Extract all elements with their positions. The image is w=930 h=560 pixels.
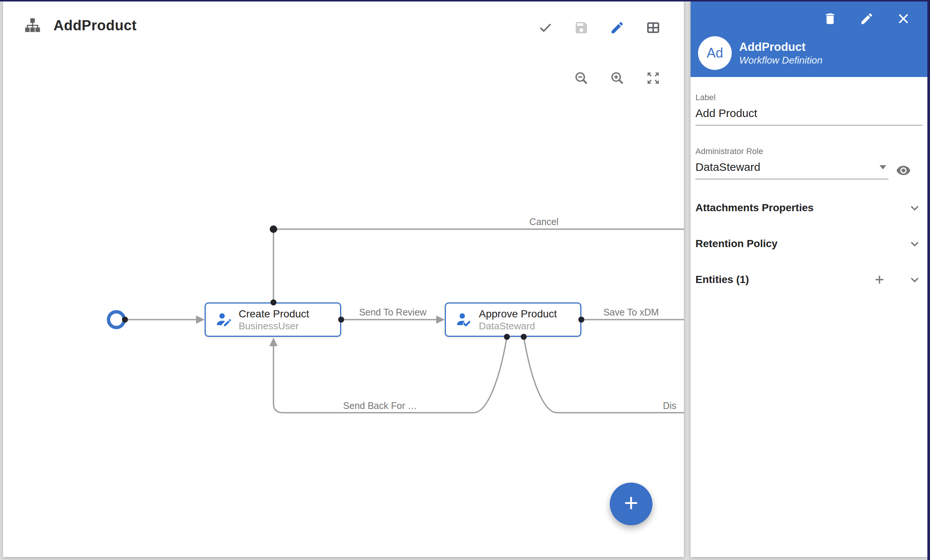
connection-dot[interactable] (122, 317, 128, 323)
user-edit-icon (216, 311, 232, 328)
node-create-product[interactable]: Create Product BusinessUser (205, 302, 341, 337)
save-icon (574, 20, 589, 35)
edge-start[interactable] (125, 316, 205, 324)
panel-body: Label Add Product Administrator Role Dat… (691, 93, 927, 298)
admin-role-label: Administrator Role (696, 147, 888, 156)
edge-send-to-review[interactable]: Send To Review (341, 307, 445, 324)
panel-sections: Attachments Properties Retention Policy … (696, 190, 922, 298)
trash-icon (823, 12, 837, 26)
admin-role-field: Administrator Role DataSteward (696, 147, 922, 180)
section-label: Retention Policy (696, 238, 778, 250)
edge-label-cancel[interactable]: Cancel (529, 216, 559, 227)
add-entity-button[interactable] (872, 272, 887, 287)
window-frame-top (0, 0, 930, 2)
fit-screen-button[interactable] (646, 71, 661, 86)
edge-send-back[interactable]: Send Back For … (269, 337, 507, 413)
expand-attachments-button[interactable] (907, 200, 922, 215)
section-entities[interactable]: Entities (1) (696, 262, 922, 298)
chevron-down-icon (908, 273, 921, 286)
eye-icon (896, 163, 911, 178)
close-button[interactable] (896, 11, 911, 26)
plus-icon (873, 273, 886, 286)
panel-actions (823, 11, 911, 26)
workflow-tree-icon (23, 17, 42, 34)
delete-button[interactable] (823, 11, 838, 26)
check-icon (538, 20, 553, 35)
zoom-in-icon (610, 71, 625, 86)
edge-label-send-back[interactable]: Send Back For … (343, 400, 417, 411)
avatar: Ad (698, 36, 732, 70)
save-button[interactable] (574, 20, 589, 35)
zoom-out-button[interactable] (574, 71, 589, 86)
node-title: Create Product (239, 308, 309, 321)
edge-label-discard[interactable]: Dis (663, 400, 676, 411)
admin-role-value[interactable]: DataSteward (696, 161, 760, 173)
edge-cancel[interactable]: Cancel (274, 216, 684, 302)
edit-mode-button[interactable] (610, 20, 625, 35)
properties-panel: Ad AddProduct Workflow Definition Label … (691, 2, 927, 557)
close-icon (896, 12, 910, 26)
node-role: DataSteward (479, 321, 557, 332)
section-label: Entities (1) (696, 274, 749, 285)
node-text: Create Product BusinessUser (239, 308, 309, 332)
pencil-icon (860, 12, 874, 26)
panel-edit-button[interactable] (859, 11, 874, 26)
edge-save-to-xdm[interactable]: Save To xDM (581, 307, 684, 320)
expand-retention-button[interactable] (907, 236, 922, 251)
panel-identity: Ad AddProduct Workflow Definition (698, 36, 823, 70)
canvas-header: AddProduct (23, 17, 137, 34)
chevron-down-caret-icon[interactable] (879, 165, 886, 169)
visibility-button[interactable] (896, 163, 911, 178)
user-check-icon (456, 311, 472, 328)
section-label: Attachments Properties (696, 202, 814, 214)
edge-discard[interactable]: Dis (524, 337, 684, 413)
window-frame-right (927, 0, 930, 560)
page-title: AddProduct (54, 18, 137, 34)
panel-title: AddProduct (739, 40, 823, 54)
connection-dot[interactable] (270, 226, 277, 233)
section-retention-policy[interactable]: Retention Policy (696, 226, 922, 262)
zoom-in-button[interactable] (610, 71, 625, 86)
chevron-down-icon (908, 237, 921, 250)
table-view-button[interactable] (646, 20, 661, 35)
expand-entities-button[interactable] (907, 272, 922, 287)
canvas-toolbar (538, 20, 661, 35)
chevron-down-icon (908, 201, 921, 215)
fullscreen-icon (646, 71, 661, 86)
table-grid-icon (646, 20, 661, 35)
edge-label-send-to-review[interactable]: Send To Review (359, 307, 427, 318)
label-field-label: Label (696, 93, 922, 103)
node-approve-product[interactable]: Approve Product DataSteward (445, 302, 581, 337)
plus-glyph: + (624, 491, 639, 515)
node-role: BusinessUser (239, 321, 309, 332)
workflow-canvas[interactable]: AddProduct (3, 2, 684, 557)
panel-header: Ad AddProduct Workflow Definition (691, 2, 927, 77)
node-title: Approve Product (479, 308, 557, 321)
edge-label-save-to-xdm[interactable]: Save To xDM (604, 307, 659, 318)
panel-heading-text: AddProduct Workflow Definition (739, 40, 823, 66)
add-node-fab[interactable]: + (610, 483, 653, 525)
admin-role-select[interactable]: Administrator Role DataSteward (696, 147, 888, 180)
zoom-out-icon (574, 71, 589, 86)
label-field[interactable]: Label Add Product (696, 93, 922, 126)
zoom-controls (574, 71, 661, 86)
panel-subtitle: Workflow Definition (739, 54, 823, 66)
start-node[interactable] (108, 312, 124, 327)
label-field-value[interactable]: Add Product (696, 107, 922, 120)
section-attachments-properties[interactable]: Attachments Properties (696, 190, 922, 226)
validate-button[interactable] (538, 20, 553, 35)
pencil-icon (610, 20, 625, 35)
node-text: Approve Product DataSteward (479, 308, 557, 332)
